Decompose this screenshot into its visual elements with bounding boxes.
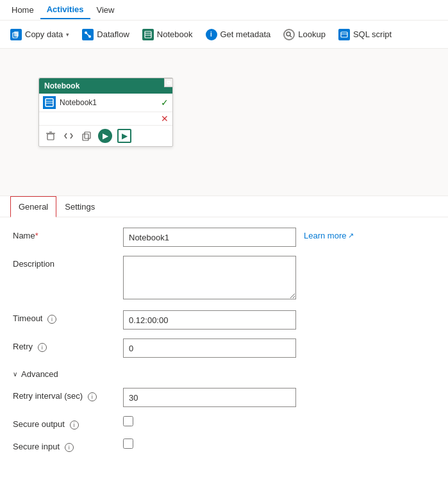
notebook-node-footer: ▶ ▶ [39, 126, 172, 146]
canvas-area: Notebook ⧉ Notebook1 ✓ ✕ ▶ ▶ [0, 49, 448, 196]
notebook-node-title: Notebook [44, 81, 79, 90]
copy-data-icon [10, 29, 22, 40]
copy-data-dropdown-icon: ▾ [66, 31, 69, 38]
secure-output-row: Secure output i [13, 416, 435, 430]
secure-input-row: Secure input i [13, 439, 435, 452]
notebook-toolbar-button[interactable]: Notebook [137, 26, 198, 44]
tab-general[interactable]: General [10, 196, 56, 217]
lookup-icon [283, 29, 295, 40]
timeout-info-icon[interactable]: i [47, 315, 56, 324]
external-link-icon: ↗ [348, 231, 354, 240]
svg-rect-12 [46, 99, 53, 106]
secure-input-field [123, 439, 435, 451]
timeout-row: Timeout i [13, 310, 435, 330]
node-close-icon[interactable]: ✕ [161, 113, 169, 124]
name-input[interactable] [123, 228, 296, 247]
menu-view[interactable]: View [90, 1, 121, 19]
dataflow-label: Dataflow [97, 29, 129, 39]
node-check-icon: ✓ [161, 97, 169, 108]
notebook-toolbar-label: Notebook [157, 29, 193, 39]
dataflow-icon [82, 29, 94, 40]
retry-interval-label: Retry interval (sec) i [13, 388, 115, 401]
secure-input-label: Secure input i [13, 439, 115, 452]
description-label: Description [13, 256, 115, 269]
dataflow-button[interactable]: Dataflow [77, 26, 135, 44]
notebook-node-body: Notebook1 ✓ [39, 94, 172, 112]
secure-output-info-icon[interactable]: i [70, 421, 79, 430]
name-row-right: Learn more ↗ [123, 228, 435, 247]
bottom-panel: General Settings Name* Learn more ↗ Desc… [0, 196, 448, 493]
secure-output-checkbox[interactable] [123, 416, 133, 426]
lookup-button[interactable]: Lookup [278, 26, 331, 44]
run-arrow-outline-icon[interactable]: ▶ [117, 129, 131, 143]
menu-home[interactable]: Home [5, 1, 40, 19]
delete-icon[interactable] [44, 130, 57, 142]
sql-icon [338, 29, 350, 40]
timeout-label: Timeout i [13, 310, 115, 324]
notebook-node-header: Notebook ⧉ [39, 78, 172, 94]
get-metadata-label: Get metadata [220, 29, 271, 39]
retry-field [123, 338, 296, 358]
learn-more-link[interactable]: Learn more ↗ [304, 228, 354, 240]
retry-interval-info-icon[interactable]: i [88, 392, 97, 401]
svg-rect-18 [83, 134, 88, 140]
copy-icon[interactable] [80, 130, 93, 142]
description-textarea[interactable] [123, 256, 296, 299]
svg-rect-1 [14, 31, 19, 37]
sql-script-label: SQL script [353, 29, 392, 39]
retry-interval-field [123, 388, 296, 407]
svg-rect-19 [85, 132, 90, 138]
secure-input-checkbox[interactable] [123, 439, 133, 449]
svg-line-9 [290, 35, 292, 37]
retry-row: Retry i [13, 338, 435, 358]
copy-data-label: Copy data [25, 29, 63, 39]
notebook-node[interactable]: Notebook ⧉ Notebook1 ✓ ✕ ▶ ▶ [38, 78, 173, 147]
svg-rect-10 [341, 32, 347, 37]
lookup-label: Lookup [298, 29, 326, 39]
notebook-activity-name: Notebook1 [60, 98, 157, 107]
retry-interval-input[interactable] [123, 388, 296, 407]
svg-line-4 [86, 33, 90, 37]
secure-input-info-icon[interactable]: i [65, 443, 74, 452]
toolbar: Copy data ▾ Dataflow Notebook i Get meta… [0, 21, 448, 49]
code-icon[interactable] [62, 130, 75, 142]
secure-output-field [123, 416, 435, 428]
timeout-field [123, 310, 296, 330]
secure-output-label: Secure output i [13, 416, 115, 430]
name-label: Name* [13, 228, 115, 240]
run-arrow-icon[interactable]: ▶ [98, 129, 112, 143]
name-required: * [35, 231, 38, 240]
get-metadata-button[interactable]: i Get metadata [201, 26, 276, 44]
tab-settings[interactable]: Settings [56, 196, 103, 217]
retry-label: Retry i [13, 338, 115, 352]
node-expand-icon[interactable]: ⧉ [164, 78, 173, 87]
name-row: Name* Learn more ↗ [13, 228, 435, 247]
menu-bar: Home Activities View [0, 0, 448, 21]
sql-script-button[interactable]: SQL script [333, 26, 397, 44]
description-row: Description [13, 256, 435, 301]
advanced-label: Advanced [21, 369, 58, 379]
notebook-activity-icon [43, 96, 56, 109]
menu-activities[interactable]: Activities [40, 1, 90, 19]
retry-info-icon[interactable]: i [38, 343, 47, 352]
svg-point-8 [286, 32, 290, 36]
copy-data-button[interactable]: Copy data ▾ [5, 26, 74, 44]
svg-rect-5 [145, 31, 151, 38]
notebook-toolbar-icon [142, 29, 154, 40]
form: Name* Learn more ↗ Description Timeout i [0, 217, 448, 471]
advanced-chevron-icon: ∨ [13, 371, 17, 378]
svg-rect-15 [47, 134, 54, 140]
learn-more-label: Learn more [304, 231, 346, 240]
metadata-icon: i [206, 29, 217, 40]
retry-interval-row: Retry interval (sec) i [13, 388, 435, 407]
timeout-input[interactable] [123, 310, 296, 330]
advanced-toggle[interactable]: ∨ Advanced [13, 367, 435, 379]
tabs: General Settings [0, 196, 448, 217]
description-field [123, 256, 296, 301]
retry-input[interactable] [123, 338, 296, 358]
